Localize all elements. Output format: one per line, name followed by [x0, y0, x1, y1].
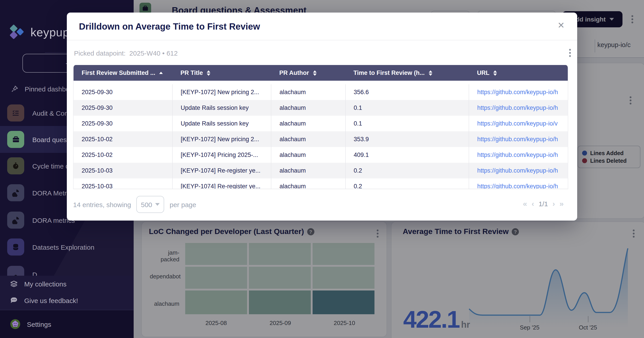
cell-date: 2025-10-03 — [74, 163, 172, 178]
cell-pr-title: [KEYP-1074] Re-register ye... — [172, 178, 271, 189]
sort-asc-icon — [160, 72, 163, 74]
picked-datapoint-value: 2025-W40 • 612 — [130, 49, 178, 57]
brand[interactable]: keypup — [8, 23, 70, 41]
cell-url: https://github.com/keypup-io/h — [469, 147, 568, 163]
pie-chart-icon — [7, 184, 24, 201]
sort-icon — [313, 73, 316, 75]
cell-url: https://github.com/keypup-io/h — [469, 178, 568, 189]
pinned-dashboards-label: Pinned dashbo — [25, 85, 70, 93]
sort-icon — [207, 70, 210, 72]
column-header-url[interactable]: URL — [469, 65, 568, 81]
feedback-label: Give us feedback! — [24, 297, 78, 304]
cell-time: 409.1 — [345, 147, 469, 163]
sidebar-item-datasets-exploration[interactable]: Datasets Exploration — [0, 234, 134, 261]
sort-icon — [207, 73, 210, 75]
pr-url-link[interactable]: https://github.com/keypup-io/v — [477, 120, 558, 127]
column-header-first-review[interactable]: First Review Submitted ... — [74, 65, 172, 81]
pr-url-link[interactable]: https://github.com/keypup-io/h — [477, 167, 558, 174]
avatar — [10, 319, 21, 330]
cell-date: 2025-09-30 — [74, 116, 172, 131]
cell-time: 0.1 — [345, 116, 469, 131]
page-size-value: 500 — [141, 201, 152, 208]
checklist-icon — [7, 104, 24, 121]
table-row[interactable]: 2025-10-02 [KEYP-1074] Pricing 2025-... … — [74, 147, 568, 163]
cell-pr-title: [KEYP-1074] Pricing 2025-... — [172, 147, 271, 163]
drilldown-modal: Drilldown on Average Time to First Revie… — [67, 12, 577, 221]
sort-icon — [494, 73, 497, 75]
cell-date: 2025-10-03 — [74, 178, 172, 189]
cell-pr-author: alachaum — [271, 84, 346, 100]
pin-icon — [11, 85, 18, 93]
modal-footer: 14 entries, showing 500 per page « ‹ 1/1… — [73, 194, 568, 215]
sidebar-item-label: DORA Metric — [32, 189, 72, 197]
layers-icon — [10, 280, 18, 288]
cell-pr-title: [KEYP-1074] Re-register ye... — [172, 163, 271, 178]
sort-icon — [313, 70, 316, 72]
pr-url-link[interactable]: https://github.com/keypup-io/h — [477, 136, 558, 143]
cell-time: 0.2 — [345, 163, 469, 178]
drilldown-table-container: First Review Submitted ... PR Title PR A… — [73, 65, 568, 189]
cell-url: https://github.com/keypup-io/h — [469, 100, 568, 116]
sort-icon — [429, 73, 432, 75]
table-row[interactable]: 2025-10-03 [KEYP-1074] Re-register ye...… — [74, 163, 568, 178]
cell-time: 0.1 — [345, 100, 469, 116]
cell-date: 2025-10-02 — [74, 131, 172, 147]
cell-pr-author: alachaum — [271, 178, 346, 189]
cell-pr-title: [KEYP-1072] New pricing 2... — [172, 84, 271, 100]
sidebar-item-label: Audit & Com — [32, 109, 70, 117]
entries-count: 14 entries, showing — [73, 201, 131, 208]
modal-pagination: « ‹ 1/1 › » — [523, 200, 564, 208]
cell-pr-author: alachaum — [271, 147, 346, 163]
cell-date: 2025-09-30 — [74, 100, 172, 116]
cell-pr-title: [KEYP-1072] New pricing 2... — [172, 131, 271, 147]
modal-kebab-icon[interactable] — [569, 52, 571, 54]
first-page-icon[interactable]: « — [523, 200, 527, 208]
my-collections-label: My collections — [24, 280, 66, 288]
sidebar-footer-divider — [0, 310, 134, 310]
column-header-time-to-first-review[interactable]: Time to First Review (h... — [345, 65, 469, 81]
table-row[interactable]: 2025-10-02 [KEYP-1072] New pricing 2... … — [74, 131, 568, 147]
pie-chart-icon — [7, 212, 24, 229]
pr-url-link[interactable]: https://github.com/keypup-io/h — [477, 152, 558, 158]
cell-url: https://github.com/keypup-io/v — [469, 116, 568, 131]
prev-page-icon[interactable]: ‹ — [532, 200, 534, 208]
sort-icon — [494, 70, 497, 72]
cell-time: 0.2 — [345, 178, 469, 189]
speech-bubble-icon — [10, 296, 18, 304]
table-row[interactable]: 2025-09-30 [KEYP-1072] New pricing 2... … — [74, 84, 568, 100]
cell-pr-title: Update Rails session key — [172, 116, 271, 131]
table-row[interactable]: 2025-10-03 [KEYP-1074] Re-register ye...… — [74, 178, 568, 189]
cell-date: 2025-09-30 — [74, 84, 172, 100]
next-page-icon[interactable]: › — [552, 200, 555, 208]
table-row[interactable]: 2025-09-30 Update Rails session key alac… — [74, 116, 568, 131]
page-size-select[interactable]: 500 — [136, 196, 164, 213]
sidebar-item-label: Board quest — [32, 136, 68, 143]
pinned-dashboards-header: Pinned dashbo — [11, 85, 70, 93]
pr-url-link[interactable]: https://github.com/keypup-io/h — [477, 183, 558, 189]
column-header-pr-author[interactable]: PR Author — [271, 65, 346, 81]
sidebar-item-my-collections[interactable]: My collections — [0, 275, 134, 292]
settings-label: Settings — [27, 320, 51, 328]
close-icon[interactable]: ✕ — [558, 21, 564, 29]
sidebar-item-label: Cycle time d — [32, 162, 69, 170]
last-page-icon[interactable]: » — [560, 200, 564, 208]
picked-datapoint-label: Picked datapoint: — [74, 49, 126, 57]
app-root: Board questions & Assessment Add insight… — [0, 0, 644, 338]
sidebar-item-settings[interactable]: Settings — [0, 315, 134, 333]
sort-icon — [429, 70, 432, 72]
sidebar-item-feedback[interactable]: Give us feedback! — [0, 292, 134, 309]
cell-pr-author: alachaum — [271, 163, 346, 178]
cell-pr-author: alachaum — [271, 131, 346, 147]
pr-url-link[interactable]: https://github.com/keypup-io/h — [477, 89, 558, 95]
column-header-pr-title[interactable]: PR Title — [172, 65, 271, 81]
table-row[interactable]: 2025-09-30 Update Rails session key alac… — [74, 100, 568, 116]
picked-datapoint: Picked datapoint: 2025-W40 • 612 — [74, 49, 178, 57]
cell-pr-author: alachaum — [271, 116, 346, 131]
cell-time: 356.6 — [345, 84, 469, 100]
page-indicator: 1/1 — [538, 200, 548, 208]
database-icon — [7, 239, 24, 256]
cell-pr-title: Update Rails session key — [172, 100, 271, 116]
cell-url: https://github.com/keypup-io/h — [469, 84, 568, 100]
pr-url-link[interactable]: https://github.com/keypup-io/h — [477, 104, 558, 111]
cell-url: https://github.com/keypup-io/h — [469, 131, 568, 147]
